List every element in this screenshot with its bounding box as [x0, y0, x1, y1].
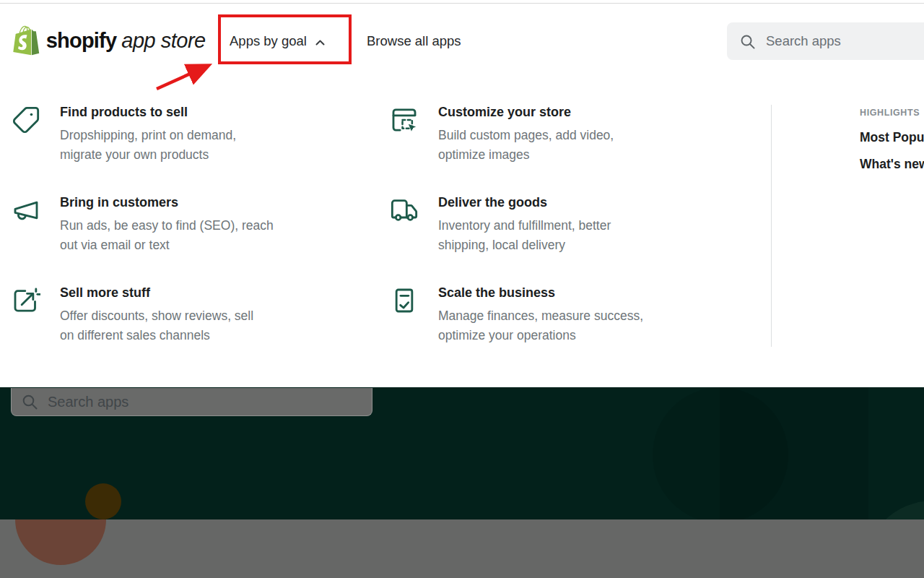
report-chart-icon — [390, 286, 419, 315]
menu-divider — [771, 105, 772, 347]
dimmed-section — [0, 519, 924, 578]
hero-section — [0, 387, 924, 519]
menu-item-title: Customize your store — [438, 104, 687, 121]
decor-circle-rust — [15, 519, 106, 565]
hero-decor-circle-corner — [864, 501, 924, 519]
header-search-box[interactable] — [727, 22, 924, 60]
page: shopify app store Apps by goal Browse al… — [0, 0, 924, 578]
hero-search-input[interactable] — [48, 394, 322, 410]
tag-icon — [12, 105, 40, 134]
nav-apps-by-goal-label: Apps by goal — [230, 33, 307, 49]
highlights-column: HIGHLIGHTS Most Popular What's new — [860, 108, 924, 172]
highlights-heading: HIGHLIGHTS — [860, 108, 924, 118]
menu-item-description: Manage finances, measure success, optimi… — [438, 306, 687, 345]
top-border-line — [0, 3, 924, 4]
search-icon — [21, 393, 38, 410]
search-icon — [739, 33, 756, 50]
menu-item-description: Dropshipping, print on demand, migrate y… — [60, 126, 309, 165]
menu-item-title: Sell more stuff — [60, 285, 309, 301]
highlights-link-most-popular[interactable]: Most Popular — [860, 130, 924, 145]
menu-item-title: Deliver the goods — [438, 194, 687, 211]
menu-item-description: Run ads, be easy to find (SEO), reach ou… — [60, 216, 309, 255]
shopify-logo[interactable]: shopify app store — [13, 25, 206, 56]
truck-icon — [390, 196, 419, 225]
nav-browse-all-apps[interactable]: Browse all apps — [367, 33, 461, 50]
chevron-up-icon — [315, 39, 326, 46]
megaphone-icon — [12, 196, 40, 225]
header-search-input[interactable] — [766, 33, 896, 49]
menu-item-description: Offer discounts, show reviews, sell on d… — [60, 306, 309, 345]
shopify-bag-icon — [13, 25, 40, 56]
hero-search-box[interactable] — [11, 388, 372, 416]
menu-item-title: Scale the business — [438, 285, 687, 301]
brand-name-bold: shopify — [46, 29, 117, 53]
brand-name-light: app store — [121, 29, 205, 53]
menu-item-description: Inventory and fulfillment, better shippi… — [438, 216, 687, 255]
menu-item-title: Find products to sell — [60, 104, 309, 121]
header-menu-panel: shopify app store Apps by goal Browse al… — [0, 0, 924, 387]
highlights-link-whats-new[interactable]: What's new — [860, 157, 924, 172]
hero-decor-circle-dark — [653, 387, 788, 519]
menu-item-description: Build custom pages, add video, optimize … — [438, 126, 687, 165]
arrow-out-box-icon — [12, 286, 40, 315]
browser-cursor-icon — [390, 105, 419, 134]
hero-decor-circle-brown — [85, 483, 121, 519]
menu-item-title: Bring in customers — [60, 194, 309, 211]
nav-apps-by-goal[interactable]: Apps by goal — [230, 33, 326, 50]
